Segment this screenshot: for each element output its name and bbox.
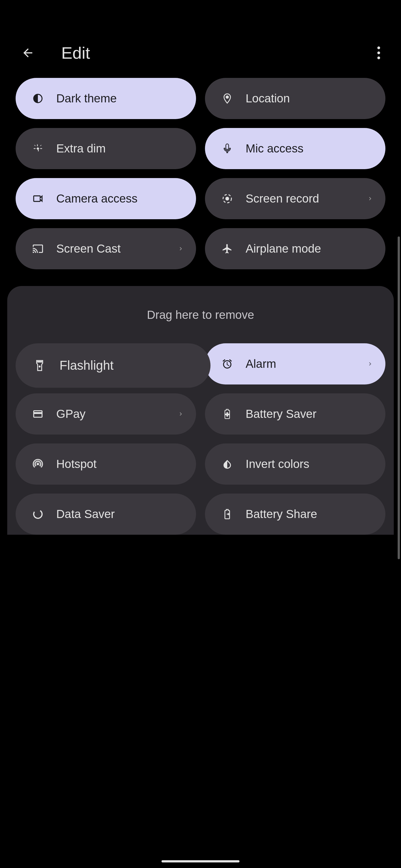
location-icon [221,92,234,105]
chevron-right-icon [366,360,374,368]
dark-theme-icon [31,92,45,105]
tile-camera-access[interactable]: Camera access [16,178,196,219]
chevron-right-icon [366,194,374,203]
flashlight-icon [32,358,47,373]
tile-hotspot[interactable]: Hotspot [16,443,196,485]
tile-label: Camera access [56,192,138,205]
screen-record-icon [221,192,234,205]
svg-point-7 [32,508,44,520]
card-icon [31,407,45,421]
tile-label: Battery Share [246,507,317,521]
svg-point-3 [226,96,228,98]
svg-point-4 [225,197,229,200]
extra-dim-icon [31,142,45,155]
tile-label: Battery Saver [246,407,316,421]
svg-point-0 [377,46,380,49]
tile-label: Extra dim [56,142,106,155]
remove-section: Drag here to remove Flashlight Alarm GPa… [7,286,394,535]
tile-label: Alarm [246,357,276,371]
tile-invert-colors[interactable]: Invert colors [205,443,385,485]
tile-label: Invert colors [246,457,309,471]
tile-label: Dark theme [56,92,117,105]
tile-label: Screen Cast [56,242,121,255]
tile-data-saver[interactable]: Data Saver [16,494,196,535]
tile-label: Airplane mode [246,242,321,255]
invert-colors-icon [221,457,234,471]
battery-share-icon [221,507,234,521]
airplane-icon [221,242,234,255]
tile-mic-access[interactable]: Mic access [205,128,385,169]
tile-gpay[interactable]: GPay [16,393,196,435]
more-options-button[interactable] [370,44,387,61]
chevron-right-icon [176,245,185,253]
back-button[interactable] [20,44,36,61]
active-tiles-grid: Dark theme Location Extra dim Mic access… [0,69,401,269]
tile-label: GPay [56,407,85,421]
mic-icon [221,142,234,155]
tile-screen-cast[interactable]: Screen Cast [16,228,196,269]
inactive-tiles-grid: Flashlight Alarm GPay Battery Save [7,343,394,535]
tile-screen-record[interactable]: Screen record [205,178,385,219]
hotspot-icon [31,457,45,471]
tile-battery-saver[interactable]: Battery Saver [205,393,385,435]
svg-point-2 [377,57,380,59]
tile-dark-theme[interactable]: Dark theme [16,78,196,119]
page-title: Edit [61,43,90,63]
chevron-right-icon [176,410,185,418]
tile-label: Mic access [246,142,304,155]
tile-label: Data Saver [56,507,115,521]
tile-extra-dim[interactable]: Extra dim [16,128,196,169]
header: Edit [0,36,401,69]
tile-label: Screen record [246,192,319,205]
data-saver-icon [31,507,45,521]
arrow-back-icon [21,46,34,60]
alarm-icon [221,357,234,371]
remove-label: Drag here to remove [7,308,394,321]
camera-icon [31,192,45,205]
tile-airplane-mode[interactable]: Airplane mode [205,228,385,269]
svg-point-6 [37,463,39,465]
tile-label: Hotspot [56,457,97,471]
svg-point-1 [377,52,380,54]
tile-battery-share[interactable]: Battery Share [205,494,385,535]
battery-saver-icon [221,407,234,421]
tile-location[interactable]: Location [205,78,385,119]
more-vert-icon [377,46,380,60]
tile-flashlight[interactable]: Flashlight [16,343,210,388]
tile-label: Flashlight [60,358,114,373]
cast-icon [31,242,45,255]
tile-alarm[interactable]: Alarm [205,343,385,384]
nav-bar-handle[interactable] [162,860,239,862]
scroll-indicator[interactable] [398,237,400,559]
tile-label: Location [246,92,290,105]
